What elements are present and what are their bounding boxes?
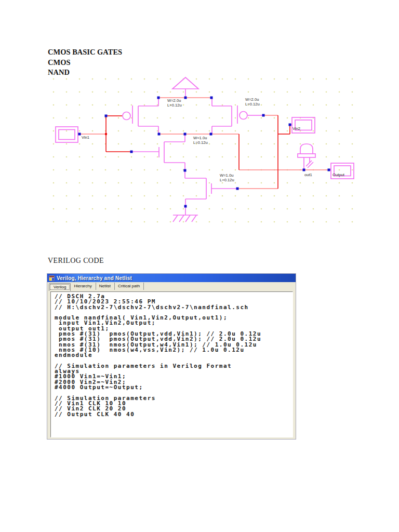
code-line: endmodule xyxy=(55,353,292,358)
code-line: // H:\dschv2-7\dschv2-7\dschv2-7\nandfin… xyxy=(55,305,292,310)
window-titlebar: Verilog, Hierarchy and Netlist xyxy=(47,274,296,282)
port-label-vin1: Vin1 xyxy=(82,135,89,140)
code-panel: // DSCH 2.7a// 10/10/2023 2:55:46 PM// H… xyxy=(50,291,293,437)
window-title: Verilog, Hierarchy and Netlist xyxy=(57,275,132,281)
transistor-label-l: L=0.12u xyxy=(167,103,182,108)
verilog-netlist-window: Verilog, Hierarchy and Netlist Verilog H… xyxy=(47,273,296,440)
code-line: #4000 Output=~Output; xyxy=(55,385,292,390)
tab-hierarchy[interactable]: Hierarchy xyxy=(71,283,96,290)
tab-netlist[interactable]: Netlist xyxy=(96,283,115,290)
transistor-label-w: W=1.0u xyxy=(220,173,233,178)
port-label-vin2: Vin2 xyxy=(292,126,300,131)
tab-critical-path[interactable]: Critical path xyxy=(115,283,144,290)
port-label-output: Output xyxy=(332,172,345,177)
node-label-out1: out1 xyxy=(304,172,312,177)
transistor-label-w: W=1.0u xyxy=(193,136,207,140)
app-icon xyxy=(49,275,55,281)
wire-cross-junction xyxy=(105,133,107,135)
code-line: // Output CLK 40 40 xyxy=(55,412,292,417)
document-page: CMOS BASIC GATES CMOS NAND xyxy=(0,0,399,532)
code-line: // Simulation parameters in Verilog Form… xyxy=(55,364,292,369)
verilog-code-heading: VERILOG CODE xyxy=(48,257,104,265)
transistor-label-l: L=0.12u xyxy=(245,102,260,107)
tab-bar: Verilog Hierarchy Netlist Critical path xyxy=(47,282,296,291)
transistor-label-w: W=2.0u xyxy=(167,98,181,103)
verilog-code: // DSCH 2.7a// 10/10/2023 2:55:46 PM// H… xyxy=(51,292,292,417)
transistor-label-l: L=0.12u xyxy=(220,178,234,182)
tab-verilog[interactable]: Verilog xyxy=(49,283,71,291)
transistor-label-w: W=2.0u xyxy=(245,97,259,102)
transistor-label-l: L=0.12u xyxy=(193,140,208,145)
cmos-nand-schematic: W=2.0u L=0.12u W=2.0u L=0.12u W=1.0u L=0… xyxy=(0,0,399,244)
